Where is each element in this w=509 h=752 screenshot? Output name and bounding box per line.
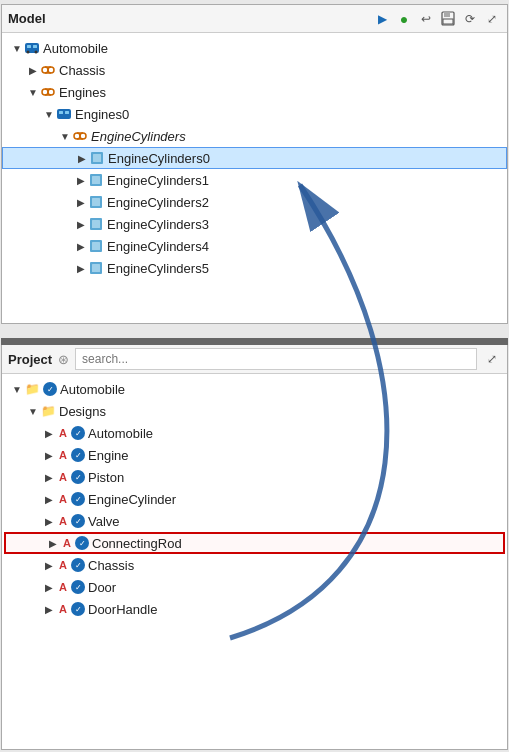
expand-chassis[interactable]: ▶ bbox=[26, 63, 40, 77]
undo-icon[interactable]: ↩ bbox=[417, 10, 435, 28]
proj-doorhandle-label: DoorHandle bbox=[88, 602, 157, 617]
proj-node-engine[interactable]: ▶ A ✓ Engine bbox=[2, 444, 507, 466]
proj-engine-a-icon: A bbox=[56, 448, 70, 462]
search-input[interactable] bbox=[75, 348, 477, 370]
proj-node-doorhandle[interactable]: ▶ A ✓ DoorHandle bbox=[2, 598, 507, 620]
expand-engines[interactable]: ▼ bbox=[26, 85, 40, 99]
proj-doorhandle-check-icon: ✓ bbox=[71, 602, 85, 616]
expand-ec5[interactable]: ▶ bbox=[74, 261, 88, 275]
tree-node-enginecylinders4[interactable]: ▶ EngineCylinders4 bbox=[2, 235, 507, 257]
tree-node-enginecylinders2[interactable]: ▶ EngineCylinders2 bbox=[2, 191, 507, 213]
svg-point-13 bbox=[48, 89, 54, 95]
proj-node-piston[interactable]: ▶ A ✓ Piston bbox=[2, 466, 507, 488]
panel-divider bbox=[1, 338, 508, 345]
tree-node-engines0[interactable]: ▼ Engines0 bbox=[2, 103, 507, 125]
expand-proj-designs[interactable]: ▼ bbox=[26, 404, 40, 418]
proj-connectingrod-check-icon: ✓ bbox=[75, 536, 89, 550]
proj-node-chassis[interactable]: ▶ A ✓ Chassis bbox=[2, 554, 507, 576]
expand-proj-door[interactable]: ▶ bbox=[42, 580, 56, 594]
proj-door-label: Door bbox=[88, 580, 116, 595]
proj-doorhandle-a-icon: A bbox=[56, 602, 70, 616]
expand-proj-valve[interactable]: ▶ bbox=[42, 514, 56, 528]
expand-proj-enginecylinder[interactable]: ▶ bbox=[42, 492, 56, 506]
proj-valve-check-icon: ✓ bbox=[71, 514, 85, 528]
expand-enginecylinders[interactable]: ▼ bbox=[58, 129, 72, 143]
expand-ec1[interactable]: ▶ bbox=[74, 173, 88, 187]
proj-automobile-folder-icon: 📁 bbox=[24, 381, 40, 397]
expand-proj-chassis[interactable]: ▶ bbox=[42, 558, 56, 572]
expand-proj-piston[interactable]: ▶ bbox=[42, 470, 56, 484]
tree-node-enginecylinders0[interactable]: ▶ EngineCylinders0 bbox=[2, 147, 507, 169]
model-panel-header: Model ▶ ● ↩ ⟳ ⤢ bbox=[2, 5, 507, 33]
svg-point-19 bbox=[74, 133, 80, 139]
project-panel-title: Project bbox=[8, 352, 52, 367]
proj-piston-a-icon: A bbox=[56, 470, 70, 484]
model-panel-title: Model bbox=[8, 11, 46, 26]
proj-engcyl-check-icon: ✓ bbox=[71, 492, 85, 506]
proj-chassis-label: Chassis bbox=[88, 558, 134, 573]
ec2-label: EngineCylinders2 bbox=[107, 195, 209, 210]
ec1-icon bbox=[88, 172, 104, 188]
tree-node-enginecylinders3[interactable]: ▶ EngineCylinders3 bbox=[2, 213, 507, 235]
tree-node-automobile[interactable]: ▼ Automobile bbox=[2, 37, 507, 59]
proj-node-designs[interactable]: ▼ 📁 Designs bbox=[2, 400, 507, 422]
refresh-icon[interactable]: ⟳ bbox=[461, 10, 479, 28]
expand-ec4[interactable]: ▶ bbox=[74, 239, 88, 253]
proj-node-enginecylinder[interactable]: ▶ A ✓ EngineCylinder bbox=[2, 488, 507, 510]
svg-rect-5 bbox=[33, 45, 37, 48]
expand-automobile[interactable]: ▼ bbox=[10, 41, 24, 55]
ec2-icon bbox=[88, 194, 104, 210]
proj-automobile-check-icon: ✓ bbox=[43, 382, 57, 396]
tree-node-enginecylinders1[interactable]: ▶ EngineCylinders1 bbox=[2, 169, 507, 191]
expand-ec2[interactable]: ▶ bbox=[74, 195, 88, 209]
proj-auto-check-icon: ✓ bbox=[71, 426, 85, 440]
svg-rect-32 bbox=[92, 242, 100, 250]
expand-ec3[interactable]: ▶ bbox=[74, 217, 88, 231]
engines-icon bbox=[40, 84, 56, 100]
filter-icon[interactable]: ⊛ bbox=[58, 352, 69, 367]
tree-node-chassis[interactable]: ▶ Chassis bbox=[2, 59, 507, 81]
proj-node-door[interactable]: ▶ A ✓ Door bbox=[2, 576, 507, 598]
proj-engine-check-icon: ✓ bbox=[71, 448, 85, 462]
svg-rect-17 bbox=[59, 111, 63, 114]
expand-enginecylinders0[interactable]: ▶ bbox=[75, 151, 89, 165]
project-tree: ▼ 📁 ✓ Automobile ▼ 📁 Designs ▶ A ✓ Autom… bbox=[2, 374, 507, 734]
expand-proj-auto-design[interactable]: ▶ bbox=[42, 426, 56, 440]
proj-enginecylinder-label: EngineCylinder bbox=[88, 492, 176, 507]
proj-door-a-icon: A bbox=[56, 580, 70, 594]
expand-proj-connectingrod[interactable]: ▶ bbox=[46, 536, 60, 550]
proj-node-automobile[interactable]: ▼ 📁 ✓ Automobile bbox=[2, 378, 507, 400]
tree-node-enginecylinders5[interactable]: ▶ EngineCylinders5 bbox=[2, 257, 507, 279]
svg-rect-4 bbox=[27, 45, 31, 48]
play-icon[interactable]: ▶ bbox=[373, 10, 391, 28]
enginecylinders-icon bbox=[72, 128, 88, 144]
expand-proj-automobile[interactable]: ▼ bbox=[10, 382, 24, 396]
proj-chassis-a-icon: A bbox=[56, 558, 70, 572]
proj-node-valve[interactable]: ▶ A ✓ Valve bbox=[2, 510, 507, 532]
model-panel: Model ▶ ● ↩ ⟳ ⤢ ▼ bbox=[1, 4, 508, 324]
proj-piston-check-icon: ✓ bbox=[71, 470, 85, 484]
proj-connectingrod-label: ConnectingRod bbox=[92, 536, 182, 551]
proj-node-automobile-design[interactable]: ▶ A ✓ Automobile bbox=[2, 422, 507, 444]
proj-door-check-icon: ✓ bbox=[71, 580, 85, 594]
expand-proj-doorhandle[interactable]: ▶ bbox=[42, 602, 56, 616]
svg-point-8 bbox=[42, 67, 48, 73]
chassis-icon bbox=[40, 62, 56, 78]
proj-chassis-check-icon: ✓ bbox=[71, 558, 85, 572]
tree-node-enginecylinders[interactable]: ▼ EngineCylinders bbox=[2, 125, 507, 147]
expand-proj-engine[interactable]: ▶ bbox=[42, 448, 56, 462]
enginecylinders0-label: EngineCylinders0 bbox=[108, 151, 210, 166]
svg-rect-18 bbox=[65, 111, 69, 114]
ec1-label: EngineCylinders1 bbox=[107, 173, 209, 188]
svg-point-6 bbox=[27, 51, 30, 54]
save-icon[interactable] bbox=[439, 10, 457, 28]
svg-rect-2 bbox=[443, 19, 453, 24]
svg-point-9 bbox=[48, 67, 54, 73]
project-expand-icon[interactable]: ⤢ bbox=[483, 350, 501, 368]
model-expand-icon[interactable]: ⤢ bbox=[483, 10, 501, 28]
expand-engines0[interactable]: ▼ bbox=[42, 107, 56, 121]
record-icon[interactable]: ● bbox=[395, 10, 413, 28]
proj-node-connectingrod[interactable]: ▶ A ✓ ConnectingRod bbox=[4, 532, 505, 554]
proj-engine-label: Engine bbox=[88, 448, 128, 463]
tree-node-engines[interactable]: ▼ Engines bbox=[2, 81, 507, 103]
